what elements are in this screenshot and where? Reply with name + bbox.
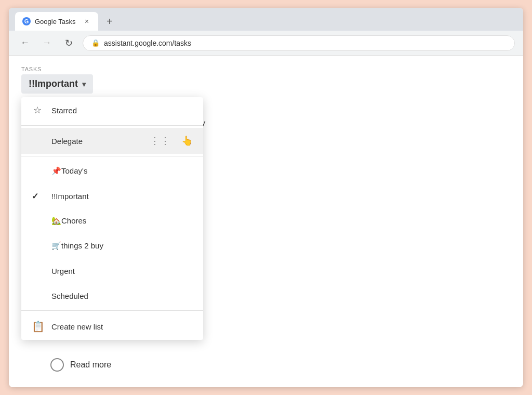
menu-item-todays[interactable]: 📌Today's [21, 159, 203, 183]
tab-favicon: G [22, 17, 31, 25]
address-bar: ← → ↻ 🔒 assistant.google.com/tasks [9, 31, 523, 56]
delegate-dots-icon[interactable]: ⋮⋮ [150, 135, 171, 147]
important-checkmark-icon: ✓ [32, 191, 43, 201]
current-list-name: !!Important [29, 78, 78, 89]
tab-bar: G Google Tasks × + [9, 8, 523, 31]
browser-window: G Google Tasks × + ← → ↻ 🔒 assistant.goo… [9, 8, 523, 387]
read-more-text: Read more [70, 360, 111, 370]
new-tab-button[interactable]: + [102, 14, 117, 29]
tab-close-button[interactable]: × [83, 17, 91, 25]
menu-item-starred[interactable]: ☆ Starred [21, 97, 203, 123]
menu-divider-3 [21, 310, 203, 311]
tab-title: Google Tasks [35, 18, 78, 25]
menu-item-delegate[interactable]: Delegate ⋮⋮ 👆 [21, 128, 203, 154]
menu-divider-2 [21, 156, 203, 156]
menu-item-things2buy[interactable]: 🛒things 2 buy [21, 233, 203, 258]
active-tab[interactable]: G Google Tasks × [15, 12, 98, 31]
menu-divider-1 [21, 125, 203, 126]
todays-label: 📌Today's [51, 166, 193, 176]
list-dropdown-menu: ☆ Starred Delegate ⋮⋮ 👆 📌Today's ✓ !!Imp… [21, 97, 203, 340]
tasks-label: TASKS [21, 66, 511, 72]
things2buy-label: 🛒things 2 buy [51, 241, 193, 251]
read-more-row: Read more [50, 358, 111, 372]
menu-item-chores[interactable]: 🏡Chores [21, 208, 203, 233]
create-list-icon: 📋 [32, 320, 43, 333]
important-label: !!Important [51, 192, 193, 201]
urgent-label: Urgent [51, 267, 193, 275]
refresh-button[interactable]: ↻ [61, 35, 76, 51]
tasks-header: TASKS !!Important ▾ [9, 56, 523, 100]
star-icon: ☆ [32, 104, 43, 116]
chores-label: 🏡Chores [51, 216, 193, 226]
menu-item-urgent[interactable]: Urgent [21, 258, 203, 283]
read-more-circle [50, 358, 64, 372]
page-content: TASKS !!Important ▾ n Gpay n DJ skill or… [9, 56, 523, 387]
back-button[interactable]: ← [17, 35, 33, 51]
url-bar[interactable]: 🔒 assistant.google.com/tasks [83, 35, 515, 51]
starred-label: Starred [51, 106, 193, 115]
delegate-label: Delegate [51, 137, 142, 146]
dropdown-arrow-icon: ▾ [82, 80, 86, 88]
tasks-list-dropdown-button[interactable]: !!Important ▾ [21, 74, 93, 94]
menu-item-scheduled[interactable]: Scheduled [21, 283, 203, 308]
scheduled-label: Scheduled [51, 292, 193, 300]
cursor-hand-icon: 👆 [181, 135, 193, 147]
lock-icon: 🔒 [91, 39, 100, 47]
create-new-list-label: Create new list [51, 322, 193, 331]
url-text: assistant.google.com/tasks [104, 39, 191, 47]
menu-item-important[interactable]: ✓ !!Important [21, 183, 203, 208]
forward-button[interactable]: → [39, 35, 55, 51]
menu-item-create-new-list[interactable]: 📋 Create new list [21, 313, 203, 340]
